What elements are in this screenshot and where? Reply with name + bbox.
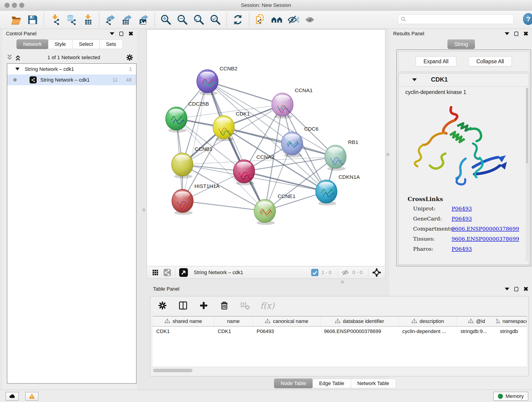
- export-image-button[interactable]: [137, 13, 150, 26]
- tab-node-table[interactable]: Node Table: [274, 379, 313, 388]
- table-options-icon[interactable]: [157, 300, 168, 311]
- float-panel-icon[interactable]: [514, 287, 518, 291]
- uniprot-link[interactable]: P06493: [452, 206, 476, 211]
- tab-network[interactable]: Network: [17, 39, 48, 49]
- hide-glass-button[interactable]: [287, 13, 300, 26]
- gene-caret-icon[interactable]: [412, 78, 417, 81]
- refresh-view-button[interactable]: [231, 13, 244, 26]
- collection-caret-icon[interactable]: [15, 66, 20, 72]
- string-home-button[interactable]: [270, 13, 283, 26]
- cloud-button[interactable]: [6, 392, 19, 401]
- hidden-eye-icon[interactable]: [341, 268, 350, 277]
- node-RB1[interactable]: [325, 145, 346, 171]
- results-scrollbar[interactable]: [526, 87, 528, 262]
- node-CDKN1A[interactable]: [316, 180, 337, 206]
- right-splitter-handle[interactable]: [386, 153, 389, 156]
- warnings-button[interactable]: [25, 392, 38, 401]
- save-session-button[interactable]: [26, 13, 39, 26]
- float-panel-icon[interactable]: [514, 32, 518, 36]
- table-cell[interactable]: P06493: [253, 327, 320, 337]
- genecard-link[interactable]: P06493: [452, 216, 476, 222]
- window-zoom-button[interactable]: [19, 3, 24, 8]
- panel-menu-icon[interactable]: [110, 32, 114, 35]
- memory-button[interactable]: Memory: [493, 392, 528, 401]
- table-cell[interactable]: CDK1: [152, 327, 214, 337]
- grid-view-icon[interactable]: [151, 268, 160, 277]
- export-network-button[interactable]: [104, 13, 117, 26]
- add-column-icon[interactable]: [198, 300, 209, 311]
- table-cell[interactable]: stringdb: [496, 327, 527, 337]
- table-row[interactable]: CDK1CDK1P064939606.ENSP00000378699cyclin…: [152, 327, 527, 337]
- zoom-out-button[interactable]: [176, 13, 189, 26]
- birds-eye-toggle-icon[interactable]: [372, 268, 381, 277]
- network-collection-row[interactable]: String Network – cdk1 1: [7, 64, 136, 75]
- import-database-button[interactable]: [65, 13, 78, 26]
- zoom-selected-button[interactable]: [209, 13, 222, 26]
- panel-menu-icon[interactable]: [505, 32, 509, 35]
- detach-view-icon[interactable]: [179, 268, 188, 277]
- tab-string[interactable]: String: [447, 39, 475, 49]
- expand-all-button[interactable]: Expand All: [416, 56, 457, 66]
- delete-column-icon[interactable]: [219, 300, 230, 311]
- export-table-button[interactable]: [120, 13, 133, 26]
- tab-network-table[interactable]: Network Table: [351, 379, 396, 388]
- close-panel-icon[interactable]: ✖: [523, 287, 528, 291]
- tab-sets[interactable]: Sets: [99, 39, 123, 49]
- window-minimize-button[interactable]: [12, 3, 17, 8]
- column-header-description[interactable]: description: [399, 317, 457, 326]
- tab-select[interactable]: Select: [72, 39, 100, 49]
- node-HIST1H1A[interactable]: [172, 189, 193, 215]
- node-CCNB1[interactable]: [172, 153, 193, 179]
- table-hscrollbar-thumb[interactable]: [153, 369, 192, 372]
- column-header-name[interactable]: name: [214, 317, 253, 326]
- zoom-fit-button[interactable]: [192, 13, 206, 26]
- panel-menu-icon[interactable]: [505, 288, 509, 290]
- window-close-button[interactable]: [5, 3, 10, 8]
- tab-edge-table[interactable]: Edge Table: [312, 379, 351, 388]
- import-table-file-button[interactable]: [81, 13, 95, 26]
- gear-icon[interactable]: [126, 53, 134, 62]
- column-header-shared-name[interactable]: shared name: [152, 317, 214, 326]
- collapse-all-icon[interactable]: [6, 53, 14, 62]
- network-canvas[interactable]: CCNB2CCNA1CDC25BCDK1CDC6RB1CCNB1CCNA2CDK…: [147, 29, 385, 266]
- open-session-button[interactable]: [9, 13, 23, 26]
- left-splitter-handle[interactable]: [142, 208, 145, 211]
- column-header-canonical-name[interactable]: canonical name: [253, 317, 320, 326]
- close-panel-icon[interactable]: ✖: [128, 32, 133, 36]
- table-cell[interactable]: 9606.ENSP00000378699: [320, 327, 399, 337]
- search-input[interactable]: [409, 16, 511, 22]
- column-header-namespace[interactable]: namespace: [496, 317, 527, 326]
- network-graph[interactable]: CCNB2CCNA1CDC25BCDK1CDC6RB1CCNB1CCNA2CDK…: [147, 30, 385, 266]
- table-cell[interactable]: cyclin-dependent ...: [399, 327, 457, 337]
- network-row[interactable]: String Network – cdk1 11 48: [7, 75, 136, 85]
- pharos-link[interactable]: P06493: [452, 246, 476, 252]
- collapse-all-button[interactable]: Collapse All: [468, 56, 512, 66]
- bottom-splitter-handle[interactable]: [341, 281, 344, 283]
- show-glass-button[interactable]: [303, 13, 317, 26]
- gene-header[interactable]: CDK1: [399, 73, 529, 86]
- column-header-database-identifier[interactable]: database identifier: [320, 317, 399, 326]
- compartments-link[interactable]: 9606.ENSP00000378699: [452, 226, 524, 232]
- help-button[interactable]: ?: [523, 13, 532, 25]
- node-CCNA1[interactable]: [272, 93, 293, 119]
- table-cell[interactable]: stringdb:9...: [457, 327, 496, 337]
- float-panel-icon[interactable]: [119, 32, 123, 36]
- close-panel-icon[interactable]: ✖: [523, 32, 528, 36]
- node-CCNE1[interactable]: [254, 199, 276, 225]
- table-cell[interactable]: CDK1: [214, 327, 253, 337]
- tab-style[interactable]: Style: [48, 39, 73, 49]
- control-panel-header: Control Panel ✖: [2, 29, 137, 38]
- string-view-icon[interactable]: [163, 268, 172, 277]
- column-header--id[interactable]: @id: [457, 317, 496, 326]
- node-CDK1[interactable]: [213, 115, 234, 141]
- show-columns-icon[interactable]: [178, 300, 188, 311]
- tissues-link[interactable]: 9606.ENSP00000378699: [452, 236, 524, 242]
- warning-icon: [28, 393, 35, 400]
- selected-checkbox-icon[interactable]: [310, 268, 319, 277]
- node-CCNB2[interactable]: [197, 70, 218, 95]
- import-network-file-button[interactable]: [48, 13, 62, 26]
- expand-all-icon[interactable]: [14, 53, 22, 62]
- node-CDC25B[interactable]: [166, 107, 187, 133]
- clone-network-button[interactable]: [254, 13, 267, 26]
- zoom-in-button[interactable]: [159, 13, 172, 26]
